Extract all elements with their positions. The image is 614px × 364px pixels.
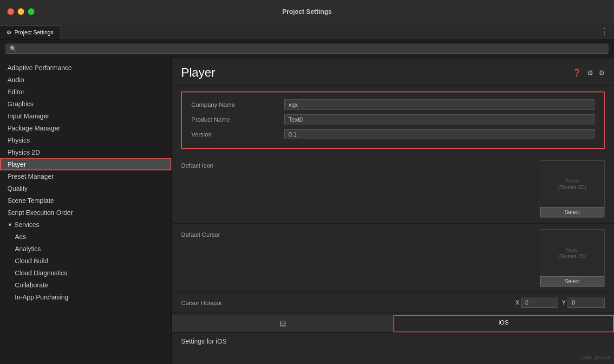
- sidebar-label: Physics 2D: [7, 149, 40, 156]
- default-cursor-preview: None(Texture 2D): [540, 230, 604, 276]
- close-button[interactable]: [7, 8, 14, 15]
- sidebar-item-scene-template[interactable]: Scene Template: [0, 195, 171, 207]
- monitor-icon: 🖥: [278, 319, 287, 328]
- sidebar-label: Adaptive Performance: [7, 64, 72, 72]
- sidebar: Adaptive Performance Audio Editor Graphi…: [0, 58, 172, 364]
- help-icon[interactable]: ❓: [573, 69, 581, 77]
- tab-bar: ⚙ Project Settings ⋮: [0, 23, 614, 40]
- platform-tabs: 🖥 iOS: [172, 315, 614, 333]
- company-name-input[interactable]: [284, 99, 594, 110]
- tab-menu-button[interactable]: ⋮: [600, 26, 608, 37]
- hotspot-x-coord: X: [516, 298, 558, 308]
- title-bar: Project Settings: [0, 0, 614, 23]
- default-icon-preview: None(Texture 2D): [540, 161, 604, 207]
- maximize-button[interactable]: [28, 8, 34, 15]
- company-name-row: Company Name: [191, 98, 594, 111]
- sidebar-label: Services: [14, 221, 39, 228]
- sidebar-item-input-manager[interactable]: Input Manager: [0, 110, 171, 122]
- sidebar-label: Quality: [7, 185, 28, 192]
- sidebar-item-cloud-build[interactable]: Cloud Build: [0, 255, 171, 267]
- window-controls: [7, 8, 34, 15]
- default-cursor-label: Default Cursor: [181, 229, 274, 238]
- product-name-input[interactable]: [284, 114, 594, 124]
- tab-gear-icon: ⚙: [7, 29, 12, 36]
- hotspot-inputs: X Y: [274, 298, 605, 308]
- default-icon-control: None(Texture 2D) Select: [274, 160, 605, 218]
- x-label: X: [516, 299, 519, 306]
- sidebar-item-in-app-purchasing[interactable]: In-App Purchasing: [0, 291, 171, 303]
- default-icon-label: Default Icon: [181, 160, 274, 169]
- content-header: Player ❓ ⚙ ⚙: [172, 58, 614, 86]
- default-icon-select-button[interactable]: Select: [540, 207, 604, 217]
- sidebar-item-physics-2d[interactable]: Physics 2D: [0, 146, 171, 158]
- three-dots-icon: ⋮: [600, 27, 608, 36]
- window-title: Project Settings: [282, 8, 332, 15]
- company-name-label: Company Name: [191, 101, 284, 108]
- search-icon: 🔍: [10, 46, 17, 52]
- sidebar-label: Script Execution Order: [7, 209, 73, 216]
- minimize-button[interactable]: [18, 8, 24, 15]
- sidebar-item-cloud-diagnostics[interactable]: Cloud Diagnostics: [0, 267, 171, 279]
- search-bar: 🔍: [0, 40, 614, 58]
- sidebar-label: Analytics: [15, 245, 41, 253]
- default-cursor-select-button[interactable]: Select: [540, 276, 604, 286]
- sidebar-item-player[interactable]: Player: [0, 158, 171, 170]
- sidebar-item-analytics[interactable]: Analytics: [0, 243, 171, 255]
- search-input[interactable]: [20, 46, 604, 52]
- tab-project-settings[interactable]: ⚙ Project Settings: [0, 26, 60, 39]
- sidebar-label: Cloud Diagnostics: [15, 269, 67, 277]
- default-cursor-texture-box: None(Texture 2D) Select: [540, 229, 605, 287]
- sidebar-item-editor[interactable]: Editor: [0, 86, 171, 98]
- settings-for-ios-label: Settings for iOS: [172, 333, 614, 350]
- product-name-row: Product Name: [191, 113, 594, 126]
- cursor-hotspot-row: Cursor Hotspot X Y: [172, 293, 614, 313]
- sidebar-item-graphics[interactable]: Graphics: [0, 98, 171, 110]
- y-label: Y: [562, 299, 566, 306]
- sidebar-item-quality[interactable]: Quality: [0, 182, 171, 195]
- sidebar-label: Audio: [7, 76, 24, 84]
- main-layout: Adaptive Performance Audio Editor Graphi…: [0, 58, 614, 364]
- product-name-label: Product Name: [191, 116, 284, 123]
- sidebar-item-preset-manager[interactable]: Preset Manager: [0, 170, 171, 182]
- version-input[interactable]: [284, 129, 594, 139]
- hotspot-y-input[interactable]: [568, 298, 605, 308]
- sidebar-label: Physics: [7, 136, 30, 144]
- hotspot-y-coord: Y: [562, 298, 605, 308]
- sidebar-item-ads[interactable]: Ads: [0, 231, 171, 243]
- platform-tab-ios-label: iOS: [498, 319, 509, 326]
- default-icon-texture-box: None(Texture 2D) Select: [540, 160, 605, 218]
- header-icons: ❓ ⚙ ⚙: [573, 69, 605, 77]
- default-cursor-row: Default Cursor None(Texture 2D) Select: [172, 224, 614, 293]
- platform-tab-desktop[interactable]: 🖥: [172, 315, 393, 332]
- sidebar-label: Package Manager: [7, 124, 60, 132]
- default-cursor-control: None(Texture 2D) Select: [274, 229, 605, 287]
- settings-icon[interactable]: ⚙: [599, 69, 605, 77]
- sidebar-item-physics[interactable]: Physics: [0, 134, 171, 146]
- search-input-wrap: 🔍: [6, 44, 608, 54]
- hotspot-x-input[interactable]: [521, 298, 558, 308]
- cursor-hotspot-label: Cursor Hotspot: [181, 299, 274, 306]
- sidebar-item-collaborate[interactable]: Collaborate: [0, 279, 171, 291]
- sidebar-item-services[interactable]: ▼ Services: [0, 219, 171, 231]
- content-panel: Player ❓ ⚙ ⚙ Company Name Product Name V…: [172, 58, 614, 364]
- sidebar-label: Ads: [15, 233, 26, 240]
- sidebar-item-adaptive-performance[interactable]: Adaptive Performance: [0, 62, 171, 74]
- player-fields-section: Company Name Product Name Version: [181, 91, 605, 149]
- sidebar-label: Graphics: [7, 100, 33, 108]
- sidebar-item-audio[interactable]: Audio: [0, 74, 171, 86]
- watermark: CSDN @X-q-X: [579, 355, 610, 360]
- sidebar-label: Scene Template: [7, 197, 54, 204]
- sidebar-item-package-manager[interactable]: Package Manager: [0, 122, 171, 134]
- sliders-icon[interactable]: ⚙: [587, 69, 593, 77]
- sidebar-label: In-App Purchasing: [15, 293, 68, 301]
- version-label: Version: [191, 131, 284, 138]
- tab-label: Project Settings: [14, 29, 53, 36]
- page-title: Player: [181, 65, 216, 80]
- platform-tab-ios[interactable]: iOS: [393, 315, 614, 332]
- sidebar-label: Preset Manager: [7, 173, 54, 180]
- sidebar-label: Player: [7, 161, 26, 168]
- sidebar-item-script-execution-order[interactable]: Script Execution Order: [0, 207, 171, 219]
- sidebar-label: Collaborate: [15, 281, 48, 289]
- expand-arrow-icon: ▼: [7, 222, 13, 228]
- sidebar-label: Input Manager: [7, 112, 49, 120]
